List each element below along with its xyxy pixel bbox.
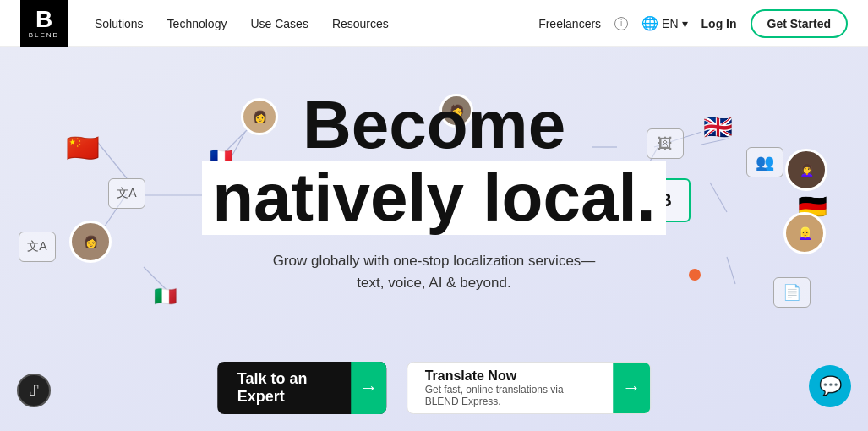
hero-title: Become natively local. [181,90,688,235]
people-icon-box: 👥 [746,147,783,177]
logo-letter: B [35,8,52,31]
nav-solutions[interactable]: Solutions [95,17,144,30]
hero-subtitle: Grow globally with one-stop localization… [181,250,688,293]
nav-info-icon[interactable]: i [614,17,628,30]
hero-content: Become natively local. Grow globally wit… [181,47,688,293]
translate-now-button[interactable]: Translate Now Get fast, online translati… [407,362,652,414]
nav-language-selector[interactable]: 🌐 EN ▾ [641,15,687,31]
talk-expert-label: Talk to an Expert [217,370,351,406]
translate-content: Translate Now Get fast, online translati… [408,368,614,407]
avatar-5: 👩‍🦱 [785,149,827,191]
accessibility-button[interactable]: ⑀ [17,374,51,407]
nav-right: Freelancers i 🌐 EN ▾ Log In Get Started [538,9,848,38]
cert-icon-box: 📄 [773,277,811,308]
get-started-button[interactable]: Get Started [751,9,848,38]
translation-icon-box-1: 文A [108,178,145,209]
nav-freelancers-label[interactable]: Freelancers [538,17,601,30]
svg-line-6 [710,183,727,212]
flag-italy: 🇮🇹 [154,286,177,308]
translate-arrow-box: → [613,362,650,414]
flag-japan-dot [689,269,701,281]
chat-button[interactable]: 💬 [809,365,851,407]
translate-arrow-icon: → [622,377,641,399]
nav-links: Solutions Technology Use Cases Resources [95,17,538,30]
svg-line-7 [727,257,735,284]
expert-arrow-box: → [351,362,387,414]
translation-icon-box-2: 文A [19,232,56,262]
logo[interactable]: B BLEND [20,0,68,47]
hero-section: 🇨🇳 🇫🇷 🇮🇹 🇬🇧 🇩🇪 👩 🧑 👩 👱‍♀️ 👩‍🦱 文A 文A 🖼 👥 … [0,47,868,431]
login-button[interactable]: Log In [701,17,737,30]
hero-title-line1: Become [303,87,565,162]
translate-title: Translate Now [425,368,597,384]
nav-resources[interactable]: Resources [332,17,389,30]
talk-to-expert-button[interactable]: Talk to an Expert → [217,362,387,414]
chevron-down-icon: ▾ [682,17,688,30]
chat-icon: 💬 [819,375,842,397]
flag-uk: 🇬🇧 [703,113,733,141]
avatar-4: 👱‍♀️ [783,212,826,254]
nav-language-label: EN [662,17,678,30]
hero-title-line2: natively local. [202,161,666,235]
nav-use-cases[interactable]: Use Cases [250,17,308,30]
nav-technology[interactable]: Technology [167,17,227,30]
avatar-3: 👩 [69,221,112,263]
navbar: B BLEND Solutions Technology Use Cases R… [0,0,868,47]
cta-row: Talk to an Expert → Translate Now Get fa… [217,362,652,414]
globe-icon: 🌐 [641,15,658,31]
expert-arrow-icon: → [359,377,378,399]
logo-text: BLEND [29,31,60,39]
accessibility-icon: ⑀ [30,382,39,400]
translate-subtitle: Get fast, online translations via BLEND … [425,384,597,407]
flag-china: 🇨🇳 [66,132,100,164]
